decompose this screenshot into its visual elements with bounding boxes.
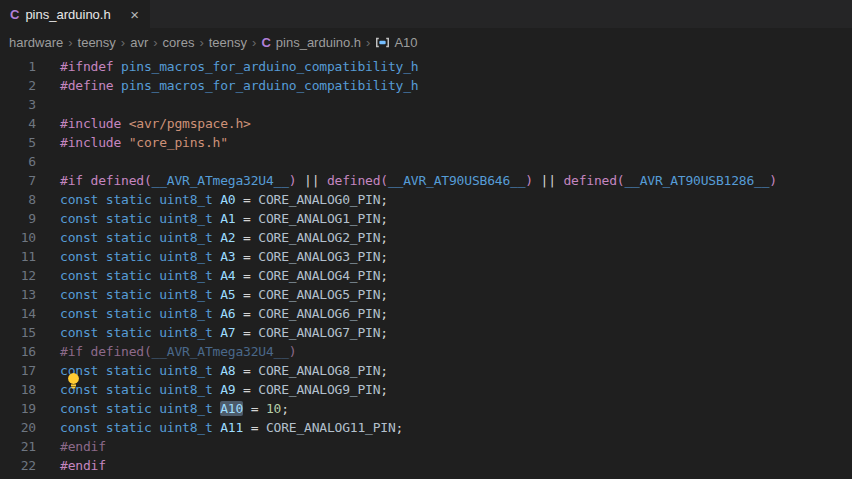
code-text: const static uint8_t A6 = CORE_ANALOG6_P… <box>60 304 388 323</box>
line-number[interactable]: 12 <box>0 266 36 285</box>
code-line[interactable]: 21#endif <box>0 437 852 456</box>
breadcrumb: hardware › teensy › avr › cores › teensy… <box>0 28 852 57</box>
line-number[interactable]: 16 <box>0 342 36 361</box>
code-line[interactable]: 22#endif <box>0 456 852 475</box>
code-text: #include "core_pins.h" <box>60 133 228 152</box>
code-line[interactable]: 23 <box>0 475 852 479</box>
symbol-variable-icon <box>375 36 390 49</box>
line-number[interactable]: 18 <box>0 380 36 399</box>
code-line[interactable]: 16#if defined(__AVR_ATmega32U4__) <box>0 342 852 361</box>
line-number[interactable]: 8 <box>0 190 36 209</box>
code-line[interactable]: 14const static uint8_t A6 = CORE_ANALOG6… <box>0 304 852 323</box>
code-editor[interactable]: 1#ifndef pins_macros_for_arduino_compati… <box>0 57 852 479</box>
tab-bar: C pins_arduino.h × <box>0 0 852 28</box>
line-number[interactable]: 20 <box>0 418 36 437</box>
code-text: #endif <box>60 456 106 475</box>
code-line[interactable]: 13const static uint8_t A5 = CORE_ANALOG5… <box>0 285 852 304</box>
code-text: const static uint8_t A0 = CORE_ANALOG0_P… <box>60 190 388 209</box>
code-text: const static uint8_t A8 = CORE_ANALOG8_P… <box>60 361 388 380</box>
code-line[interactable]: 3 <box>0 95 852 114</box>
line-number[interactable]: 13 <box>0 285 36 304</box>
code-text: const static uint8_t A10 = 10; <box>60 399 289 418</box>
breadcrumb-file-label: pins_arduino.h <box>276 35 361 50</box>
code-line[interactable]: 19const static uint8_t A10 = 10; <box>0 399 852 418</box>
code-lines: 1#ifndef pins_macros_for_arduino_compati… <box>0 57 852 479</box>
code-text: const static uint8_t A5 = CORE_ANALOG5_P… <box>60 285 388 304</box>
lightbulb-icon[interactable] <box>66 372 81 389</box>
line-number[interactable]: 22 <box>0 456 36 475</box>
breadcrumb-item-cores[interactable]: cores <box>163 35 195 50</box>
line-number[interactable]: 9 <box>0 209 36 228</box>
code-text: #endif <box>60 437 106 456</box>
code-line[interactable]: 12const static uint8_t A4 = CORE_ANALOG4… <box>0 266 852 285</box>
code-line[interactable]: 10const static uint8_t A2 = CORE_ANALOG2… <box>0 228 852 247</box>
breadcrumb-item-teensy[interactable]: teensy <box>78 35 116 50</box>
code-line[interactable]: 9const static uint8_t A1 = CORE_ANALOG1_… <box>0 209 852 228</box>
code-text: const static uint8_t A1 = CORE_ANALOG1_P… <box>60 209 388 228</box>
line-number[interactable]: 10 <box>0 228 36 247</box>
line-number[interactable]: 6 <box>0 152 36 171</box>
line-number[interactable]: 4 <box>0 114 36 133</box>
close-icon[interactable]: × <box>127 6 142 23</box>
code-line[interactable]: 18const static uint8_t A9 = CORE_ANALOG9… <box>0 380 852 399</box>
code-text: #if defined(__AVR_ATmega32U4__) || defin… <box>60 171 777 190</box>
code-text: #define pins_macros_for_arduino_compatib… <box>60 76 418 95</box>
code-text: const static uint8_t A4 = CORE_ANALOG4_P… <box>60 266 388 285</box>
code-text: const static uint8_t A7 = CORE_ANALOG7_P… <box>60 323 388 342</box>
code-line[interactable]: 7#if defined(__AVR_ATmega32U4__) || defi… <box>0 171 852 190</box>
line-number[interactable]: 19 <box>0 399 36 418</box>
breadcrumb-item-avr[interactable]: avr <box>130 35 148 50</box>
line-number[interactable]: 21 <box>0 437 36 456</box>
code-line[interactable]: 1#ifndef pins_macros_for_arduino_compati… <box>0 57 852 76</box>
c-file-icon: C <box>261 35 270 50</box>
code-line[interactable]: 6 <box>0 152 852 171</box>
chevron-right-icon: › <box>199 35 203 50</box>
breadcrumb-item-teensy2[interactable]: teensy <box>209 35 247 50</box>
code-line[interactable]: 11const static uint8_t A3 = CORE_ANALOG3… <box>0 247 852 266</box>
code-line[interactable]: 5#include "core_pins.h" <box>0 133 852 152</box>
line-number[interactable]: 3 <box>0 95 36 114</box>
breadcrumb-item-symbol[interactable]: A10 <box>375 35 417 50</box>
line-number[interactable]: 7 <box>0 171 36 190</box>
line-number[interactable]: 14 <box>0 304 36 323</box>
code-line[interactable]: 15const static uint8_t A7 = CORE_ANALOG7… <box>0 323 852 342</box>
code-text: #include <avr/pgmspace.h> <box>60 114 251 133</box>
chevron-right-icon: › <box>366 35 370 50</box>
c-file-icon: C <box>10 7 19 22</box>
chevron-right-icon: › <box>68 35 72 50</box>
tab-pins-arduino[interactable]: C pins_arduino.h × <box>0 0 150 28</box>
code-line[interactable]: 4#include <avr/pgmspace.h> <box>0 114 852 133</box>
tab-title: pins_arduino.h <box>25 7 110 22</box>
code-line[interactable]: 17const static uint8_t A8 = CORE_ANALOG8… <box>0 361 852 380</box>
code-line[interactable]: 8const static uint8_t A0 = CORE_ANALOG0_… <box>0 190 852 209</box>
line-number[interactable]: 5 <box>0 133 36 152</box>
code-text: #ifndef pins_macros_for_arduino_compatib… <box>60 57 418 76</box>
breadcrumb-symbol-label: A10 <box>394 35 417 50</box>
line-number[interactable]: 1 <box>0 57 36 76</box>
chevron-right-icon: › <box>252 35 256 50</box>
code-text: #if defined(__AVR_ATmega32U4__) <box>60 342 296 361</box>
code-line[interactable]: 20const static uint8_t A11 = CORE_ANALOG… <box>0 418 852 437</box>
line-number[interactable]: 15 <box>0 323 36 342</box>
line-number[interactable]: 23 <box>0 475 36 479</box>
code-text: const static uint8_t A11 = CORE_ANALOG11… <box>60 418 403 437</box>
breadcrumb-item-file[interactable]: Cpins_arduino.h <box>261 35 361 50</box>
line-number[interactable]: 2 <box>0 76 36 95</box>
code-text: const static uint8_t A3 = CORE_ANALOG3_P… <box>60 247 388 266</box>
chevron-right-icon: › <box>153 35 157 50</box>
code-line[interactable]: 2#define pins_macros_for_arduino_compati… <box>0 76 852 95</box>
line-number[interactable]: 17 <box>0 361 36 380</box>
code-text: const static uint8_t A2 = CORE_ANALOG2_P… <box>60 228 388 247</box>
chevron-right-icon: › <box>121 35 125 50</box>
line-number[interactable]: 11 <box>0 247 36 266</box>
breadcrumb-item-hardware[interactable]: hardware <box>9 35 63 50</box>
code-text: const static uint8_t A9 = CORE_ANALOG9_P… <box>60 380 388 399</box>
